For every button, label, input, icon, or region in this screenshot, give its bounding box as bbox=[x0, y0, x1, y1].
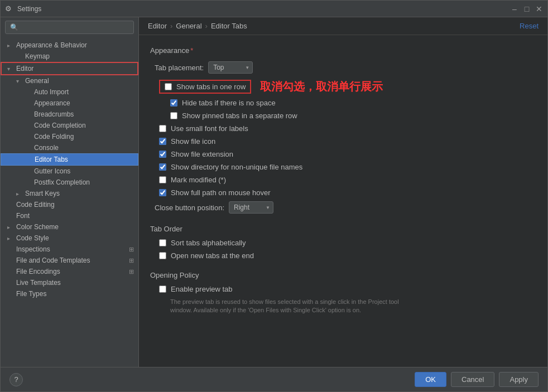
close-button-dropdown[interactable]: Right Left Hover bbox=[229, 201, 273, 214]
sidebar-item-file-code-templates[interactable]: File and Code Templates ⊞ bbox=[1, 255, 138, 266]
sort-alpha-checkbox[interactable] bbox=[159, 239, 166, 246]
sidebar-label: General bbox=[25, 77, 49, 85]
preview-description: The preview tab is reused to show files … bbox=[150, 298, 418, 315]
breadcrumb-sep-1: › bbox=[170, 22, 172, 30]
open-new-end-row: Open new tabs at the end bbox=[150, 251, 536, 260]
show-tabs-one-row-checkbox[interactable] bbox=[165, 83, 172, 90]
breadcrumb-sep-2: › bbox=[205, 22, 208, 30]
sidebar-item-font[interactable]: Font bbox=[1, 210, 138, 221]
sidebar-item-file-encodings[interactable]: File Encodings ⊞ bbox=[1, 266, 138, 277]
enable-preview-checkbox[interactable] bbox=[159, 285, 166, 293]
show-directory-checkbox[interactable] bbox=[159, 163, 166, 171]
expand-arrow: ▸ bbox=[16, 191, 24, 197]
hide-tabs-row: Hide tabs if there is no space bbox=[150, 99, 536, 107]
sidebar-item-postfix-completion[interactable]: Postfix Completion bbox=[1, 177, 138, 188]
sidebar-label: Code Editing bbox=[16, 201, 55, 209]
sidebar-item-auto-import[interactable]: Auto Import bbox=[1, 86, 138, 98]
tab-placement-label: Tab placement: bbox=[155, 64, 204, 72]
breadcrumb-editor[interactable]: Editor bbox=[148, 22, 167, 30]
maximize-button[interactable]: □ bbox=[523, 5, 531, 13]
show-tabs-checkbox-group: Show tabs in one row bbox=[159, 80, 251, 94]
settings-content: Appearance* Tab placement: Top Left Righ… bbox=[139, 35, 547, 367]
expand-arrow: ▸ bbox=[7, 42, 15, 49]
show-file-icon-label: Show file icon bbox=[171, 137, 215, 146]
cancel-button[interactable]: Cancel bbox=[451, 372, 494, 387]
show-pinned-tabs-row: Show pinned tabs in a separate row bbox=[150, 112, 536, 120]
sidebar-item-file-types[interactable]: File Types bbox=[1, 288, 138, 299]
sidebar-label: Appearance & Behavior bbox=[16, 41, 87, 49]
settings-tree: ▸ Appearance & Behavior Keymap ▾ Editor … bbox=[1, 37, 138, 367]
sidebar-item-editor-tabs[interactable]: Editor Tabs bbox=[1, 153, 138, 166]
file-encodings-icon: ⊞ bbox=[129, 268, 134, 275]
sidebar-item-code-folding[interactable]: Code Folding bbox=[1, 131, 138, 142]
breadcrumb-bar: Editor › General › Editor Tabs Reset bbox=[139, 17, 547, 35]
search-input[interactable] bbox=[5, 21, 134, 34]
close-button[interactable]: ✕ bbox=[535, 5, 543, 13]
tab-placement-dropdown[interactable]: Top Left Right Bottom None bbox=[208, 61, 253, 74]
sidebar-item-live-templates[interactable]: Live Templates bbox=[1, 277, 138, 288]
expand-arrow: ▸ bbox=[7, 235, 15, 241]
show-file-icon-row: Show file icon bbox=[150, 137, 536, 146]
tab-placement-dropdown-wrapper: Top Left Right Bottom None bbox=[208, 61, 253, 74]
sidebar-item-breadcrumbs[interactable]: Breadcrumbs bbox=[1, 109, 138, 120]
open-new-end-label: Open new tabs at the end bbox=[171, 251, 254, 260]
close-button-label: Close button position: bbox=[155, 204, 224, 212]
appearance-section-title: Appearance* bbox=[150, 46, 536, 55]
sidebar-label: Editor bbox=[16, 65, 33, 72]
show-full-path-label: Show full path on mouse hover bbox=[171, 188, 271, 197]
show-file-ext-checkbox[interactable] bbox=[159, 151, 166, 158]
show-pinned-label: Show pinned tabs in a separate row bbox=[182, 112, 297, 120]
help-button[interactable]: ? bbox=[9, 373, 23, 386]
hide-tabs-checkbox[interactable] bbox=[170, 99, 177, 107]
sidebar-label: Smart Keys bbox=[25, 190, 60, 197]
reset-link[interactable]: Reset bbox=[520, 22, 539, 30]
sidebar-item-console[interactable]: Console bbox=[1, 142, 138, 153]
expand-arrow: ▸ bbox=[7, 224, 15, 230]
sidebar-label: Keymap bbox=[25, 52, 50, 60]
sidebar-item-color-scheme[interactable]: ▸ Color Scheme bbox=[1, 221, 138, 233]
sidebar-label: Color Scheme bbox=[16, 223, 59, 231]
show-full-path-checkbox[interactable] bbox=[159, 189, 166, 196]
tab-order-title: Tab Order bbox=[150, 225, 536, 233]
minimize-button[interactable]: – bbox=[511, 5, 518, 13]
ok-button[interactable]: OK bbox=[415, 372, 446, 387]
small-font-checkbox[interactable] bbox=[159, 125, 166, 132]
show-pinned-checkbox[interactable] bbox=[170, 112, 177, 119]
expand-arrow: ▾ bbox=[16, 78, 24, 84]
sidebar-item-keymap[interactable]: Keymap bbox=[1, 51, 138, 62]
apply-button[interactable]: Apply bbox=[499, 372, 539, 387]
sidebar-item-code-editing[interactable]: Code Editing bbox=[1, 199, 138, 210]
show-tabs-row: Show tabs in one row 取消勾选，取消单行展示 bbox=[150, 79, 536, 94]
show-directory-label: Show directory for non-unique file names bbox=[171, 163, 302, 171]
sidebar-item-appearance[interactable]: Appearance bbox=[1, 98, 138, 109]
mark-modified-row: Mark modified (*) bbox=[150, 176, 536, 184]
file-templates-icon: ⊞ bbox=[129, 257, 134, 264]
sidebar-item-inspections[interactable]: Inspections ⊞ bbox=[1, 244, 138, 255]
tab-order-section: Tab Order Sort tabs alphabetically Open … bbox=[150, 225, 536, 260]
sidebar-label: Editor Tabs bbox=[35, 156, 68, 163]
show-file-icon-checkbox[interactable] bbox=[159, 138, 166, 145]
sidebar-item-smart-keys[interactable]: ▸ Smart Keys bbox=[1, 188, 138, 199]
hide-tabs-label: Hide tabs if there is no space bbox=[182, 99, 276, 107]
sidebar-label: Auto Import bbox=[34, 88, 69, 96]
breadcrumb-general[interactable]: General bbox=[176, 22, 201, 30]
show-file-ext-row: Show file extension bbox=[150, 150, 536, 158]
sidebar-label: Gutter Icons bbox=[34, 167, 70, 175]
sidebar-item-gutter-icons[interactable]: Gutter Icons bbox=[1, 166, 138, 177]
sidebar-label: Code Completion bbox=[34, 122, 86, 129]
sidebar-label: Code Folding bbox=[34, 133, 74, 141]
sidebar-item-appearance-behavior[interactable]: ▸ Appearance & Behavior bbox=[1, 40, 138, 51]
sidebar-item-code-completion[interactable]: Code Completion bbox=[1, 120, 138, 131]
mark-modified-checkbox[interactable] bbox=[159, 176, 166, 183]
titlebar: ⚙ Settings – □ ✕ bbox=[1, 1, 547, 17]
open-new-end-checkbox[interactable] bbox=[159, 252, 166, 259]
sidebar-item-general[interactable]: ▾ General bbox=[1, 75, 138, 86]
mark-modified-label: Mark modified (*) bbox=[171, 176, 226, 184]
opening-policy-title: Opening Policy bbox=[150, 271, 536, 279]
sidebar-item-code-style[interactable]: ▸ Code Style bbox=[1, 233, 138, 244]
sidebar-label: File Types bbox=[16, 290, 46, 298]
sidebar-item-editor[interactable]: ▾ Editor bbox=[1, 62, 138, 75]
app-icon: ⚙ bbox=[5, 4, 14, 13]
breadcrumb-editor-tabs[interactable]: Editor Tabs bbox=[211, 22, 247, 30]
sort-alphabetically-row: Sort tabs alphabetically bbox=[150, 239, 536, 247]
